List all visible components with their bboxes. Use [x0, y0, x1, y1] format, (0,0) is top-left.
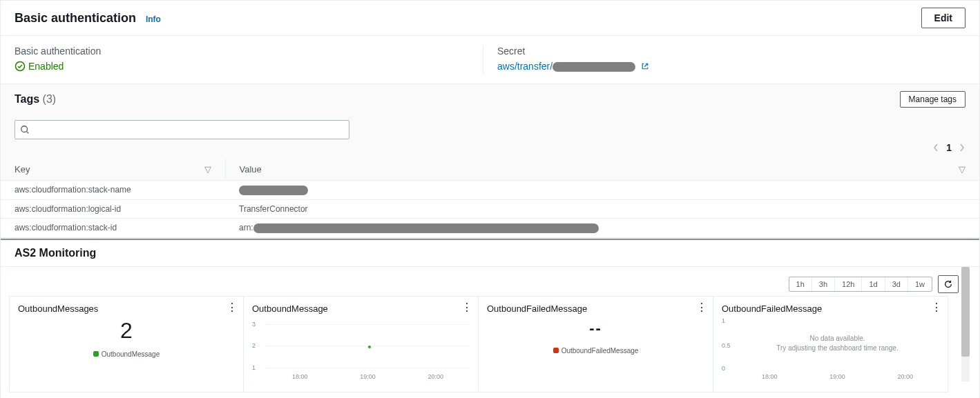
legend-label: OutboundFailedMessage	[561, 347, 639, 355]
tags-col-key[interactable]: Key ▽	[1, 159, 225, 181]
sort-icon[interactable]: ▽	[959, 164, 965, 175]
chevron-right-icon[interactable]	[959, 143, 965, 152]
xtick: 18:00	[292, 373, 308, 380]
secret-label: Secret	[497, 46, 952, 57]
legend-label: OutboundMessage	[102, 350, 160, 358]
pager-current: 1	[946, 142, 952, 153]
chart-plot: 1 0.5 0 No data available. Try adjusting…	[736, 318, 939, 380]
tags-table: Key ▽ Value ▽ aws:cloudformation:stack-n…	[1, 159, 979, 238]
sort-icon[interactable]: ▽	[204, 164, 211, 175]
tags-search-input[interactable]	[15, 120, 349, 139]
tag-key: aws:cloudformation:stack-id	[1, 218, 225, 237]
refresh-button[interactable]	[938, 275, 959, 293]
xaxis: 18:00 19:00 20:00	[736, 373, 939, 380]
check-circle-icon	[15, 61, 26, 72]
range-1d[interactable]: 1d	[862, 277, 885, 291]
manage-tags-button[interactable]: Manage tags	[900, 91, 965, 108]
chart-plot: 3 2 1 18:00 19:00 20:00	[266, 318, 470, 380]
tags-header: Tags (3) Manage tags	[1, 84, 979, 115]
tag-key: aws:cloudformation:logical-id	[1, 199, 225, 218]
chart-menu-icon[interactable]: ⋮	[461, 302, 472, 313]
range-1h[interactable]: 1h	[789, 277, 812, 291]
xtick: 19:00	[360, 373, 376, 380]
search-icon	[20, 125, 30, 135]
secret-col: Secret aws/transfer/	[483, 46, 965, 74]
status-label: Enabled	[28, 61, 64, 72]
basic-auth-header: Basic authentication Info Edit	[1, 1, 979, 36]
chart-legend: OutboundMessage	[18, 350, 235, 358]
chart-value: --	[487, 319, 704, 337]
monitoring-title: AS2 Monitoring	[1, 239, 979, 267]
ytick: 1	[722, 317, 725, 324]
basic-auth-status-col: Basic authentication Enabled	[15, 46, 483, 74]
refresh-icon	[943, 279, 953, 289]
xtick: 20:00	[898, 373, 914, 380]
secret-prefix: aws/transfer/	[497, 61, 553, 72]
table-row: aws:cloudformation:stack-id arn:	[1, 218, 979, 237]
monitoring-controls: 1h 3h 12h 1d 3d 1w	[1, 267, 979, 296]
status-badge: Enabled	[15, 61, 64, 72]
chart-outbound-failed-number: ⋮ OutboundFailedMessage -- OutboundFaile…	[479, 296, 713, 392]
chart-menu-icon[interactable]: ⋮	[696, 302, 707, 313]
external-link-icon	[641, 62, 649, 70]
chart-menu-icon[interactable]: ⋮	[931, 302, 942, 313]
xtick: 20:00	[428, 373, 444, 380]
chart-outbound-message-line: ⋮ OutboundMessage 3 2 1 18:00 19:00 20:0…	[244, 296, 479, 392]
table-row: aws:cloudformation:logical-id TransferCo…	[1, 199, 979, 218]
info-link[interactable]: Info	[146, 14, 161, 24]
redacted-value	[239, 186, 308, 195]
basic-auth-panel: Basic authentication Info Edit Basic aut…	[0, 0, 980, 84]
tags-title: Tags (3)	[15, 93, 56, 106]
ytick: 0	[722, 365, 725, 372]
vertical-scrollbar-thumb[interactable]	[961, 267, 970, 357]
chart-outbound-failed-line: ⋮ OutboundFailedMessage 1 0.5 0 No data …	[713, 296, 948, 392]
tags-pager: 1	[1, 139, 979, 159]
tags-search-wrap	[15, 120, 349, 139]
basic-auth-body: Basic authentication Enabled Secret aws/…	[1, 36, 979, 83]
tag-key: aws:cloudformation:stack-name	[1, 181, 225, 200]
xtick: 18:00	[762, 373, 778, 380]
charts-row: ⋮ OutboundMessages 2 OutboundMessage ⋮ O…	[1, 296, 979, 398]
range-3h[interactable]: 3h	[812, 277, 835, 291]
tag-value	[225, 181, 979, 200]
chart-title: OutboundFailedMessage	[722, 304, 939, 314]
tags-toolbar	[1, 115, 979, 139]
chart-title: OutboundMessages	[18, 304, 235, 314]
ytick: 0.5	[722, 342, 731, 349]
table-row: aws:cloudformation:stack-name	[1, 181, 979, 200]
chart-title: OutboundFailedMessage	[487, 304, 704, 314]
tags-col-value[interactable]: Value ▽	[225, 159, 979, 181]
chart-legend: OutboundFailedMessage	[487, 347, 704, 355]
range-12h[interactable]: 12h	[835, 277, 862, 291]
range-3d[interactable]: 3d	[885, 277, 908, 291]
ytick: 1	[252, 364, 256, 371]
secret-link[interactable]: aws/transfer/	[497, 61, 649, 72]
chart-value: 2	[18, 318, 235, 344]
basic-auth-field-label: Basic authentication	[15, 46, 469, 57]
redacted-value	[253, 223, 599, 233]
time-range-group: 1h 3h 12h 1d 3d 1w	[789, 277, 932, 292]
chart-menu-icon[interactable]: ⋮	[227, 302, 238, 313]
xtick: 19:00	[829, 373, 845, 380]
basic-auth-title: Basic authentication	[15, 11, 136, 26]
tag-value: arn:	[225, 218, 979, 237]
monitoring-panel: AS2 Monitoring 1h 3h 12h 1d 3d 1w ⋮ Outb…	[0, 239, 980, 398]
chevron-left-icon[interactable]	[932, 143, 939, 152]
edit-button[interactable]: Edit	[921, 8, 965, 28]
range-1w[interactable]: 1w	[908, 277, 932, 291]
data-point	[368, 346, 371, 348]
ytick: 2	[252, 342, 256, 349]
redacted-secret	[553, 62, 635, 72]
tags-panel: Tags (3) Manage tags 1 Key ▽ Value	[0, 84, 980, 239]
tags-count: (3)	[43, 93, 57, 105]
tag-value: TransferConnector	[225, 199, 979, 218]
xaxis: 18:00 19:00 20:00	[266, 373, 470, 380]
nodata-message: No data available. Try adjusting the das…	[736, 334, 939, 353]
svg-point-1	[21, 126, 28, 132]
legend-dot-icon	[553, 348, 559, 353]
ytick: 3	[252, 321, 256, 328]
chart-outbound-messages: ⋮ OutboundMessages 2 OutboundMessage	[9, 296, 244, 392]
chart-title: OutboundMessage	[252, 304, 470, 314]
legend-dot-icon	[93, 351, 99, 357]
